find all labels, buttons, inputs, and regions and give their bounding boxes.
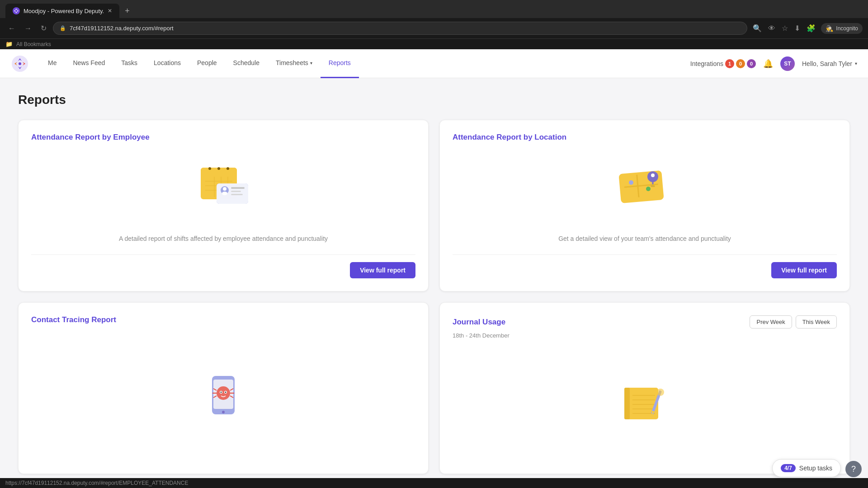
user-greeting[interactable]: Hello, Sarah Tyler ▾: [802, 60, 857, 67]
incognito-label: Incognito: [836, 25, 858, 32]
integrations-label: Integrations: [690, 60, 723, 67]
setup-tasks-badge: 4/7: [781, 464, 796, 472]
new-tab-button[interactable]: +: [121, 5, 133, 18]
svg-point-36: [217, 386, 230, 400]
nav-item-tasks[interactable]: Tasks: [113, 49, 146, 78]
toolbar-icons: 🔍 👁 ☆ ⬇ 🧩: [751, 22, 817, 34]
user-greeting-text: Hello, Sarah Tyler: [802, 60, 852, 67]
this-week-button[interactable]: This Week: [796, 315, 837, 328]
user-initials: ST: [784, 61, 791, 67]
view-full-report-employee-button[interactable]: View full report: [350, 262, 415, 278]
dropdown-arrow-icon: ▾: [310, 61, 312, 66]
nav-item-timesheets[interactable]: Timesheets ▾: [268, 49, 321, 78]
svg-point-8: [226, 167, 229, 170]
integration-dot-orange: 0: [736, 59, 745, 68]
reports-grid: Attendance Report by Employee: [18, 120, 850, 474]
svg-point-28: [646, 187, 651, 191]
svg-point-31: [651, 185, 655, 187]
back-button[interactable]: ←: [5, 23, 18, 34]
nav-item-newsfeed[interactable]: News Feed: [65, 49, 113, 78]
browser-chrome: Moodjoy - Powered By Deputy. ✕ + ← → ↻ 🔒…: [0, 0, 868, 49]
url-text: 7cf47d19112152.na.deputy.com/#report: [70, 25, 741, 32]
svg-point-27: [629, 180, 633, 185]
svg-point-56: [657, 389, 664, 396]
svg-point-35: [222, 411, 225, 413]
svg-point-19: [223, 187, 226, 191]
svg-point-46: [225, 392, 226, 393]
tab-close-button[interactable]: ✕: [108, 8, 112, 14]
top-navigation: Me News Feed Tasks Locations People Sche…: [0, 49, 868, 78]
prev-week-button[interactable]: Prev Week: [750, 315, 792, 328]
bookmarks-folder-icon: 📁: [5, 41, 13, 47]
status-url: https://7cf47d19112152.na.deputy.com/#re…: [5, 480, 188, 486]
report-card-employee-attendance: Attendance Report by Employee: [18, 120, 429, 291]
nav-item-people[interactable]: People: [189, 49, 225, 78]
view-full-report-location-button[interactable]: View full report: [771, 262, 837, 278]
app-logo[interactable]: [11, 55, 29, 73]
lock-icon: 🔒: [60, 25, 66, 31]
search-icon[interactable]: 🔍: [751, 22, 764, 34]
svg-point-32: [651, 174, 655, 177]
bookmarks-label: All Bookmarks: [16, 41, 51, 47]
extensions-icon[interactable]: 🧩: [805, 22, 817, 34]
report-illustration-employee: [31, 149, 415, 227]
report-illustration-journal: [453, 346, 837, 461]
report-card-journal-usage: Journal Usage Prev Week This Week 18th -…: [439, 302, 850, 474]
integrations-button[interactable]: Integrations 1 0 0: [690, 59, 756, 68]
svg-point-7: [217, 167, 220, 170]
report-illustration-contact-tracing: [31, 332, 415, 461]
download-icon[interactable]: ⬇: [793, 22, 802, 34]
report-card-location-attendance: Attendance Report by Location: [439, 120, 850, 291]
report-card-contact-tracing: Contact Tracing Report: [18, 302, 429, 474]
report-title-location-attendance[interactable]: Attendance Report by Location: [453, 133, 837, 142]
status-bar: https://7cf47d19112152.na.deputy.com/#re…: [0, 478, 868, 488]
nav-items: Me News Feed Tasks Locations People Sche…: [40, 49, 690, 78]
journal-usage-header: Journal Usage Prev Week This Week: [453, 315, 837, 328]
report-illustration-location: [453, 149, 837, 227]
nav-right: Integrations 1 0 0 🔔 ST Hello, Sarah Tyl…: [690, 56, 857, 71]
bookmarks-bar: 📁 All Bookmarks: [0, 38, 868, 49]
svg-point-20: [222, 192, 227, 195]
report-footer-employee-attendance: View full report: [31, 254, 415, 278]
nav-item-reports[interactable]: Reports: [321, 49, 359, 78]
nav-item-schedule[interactable]: Schedule: [225, 49, 268, 78]
contact-tracing-illustration: [196, 371, 250, 421]
setup-tasks-label: Setup tasks: [799, 465, 832, 472]
reader-mode-icon[interactable]: 👁: [766, 23, 777, 34]
nav-item-locations[interactable]: Locations: [146, 49, 189, 78]
notifications-bell-icon[interactable]: 🔔: [763, 59, 773, 69]
tab-title: Moodjoy - Powered By Deputy.: [24, 8, 104, 14]
bookmark-icon[interactable]: ☆: [780, 22, 790, 34]
refresh-button[interactable]: ↻: [38, 22, 49, 34]
tab-bar: Moodjoy - Powered By Deputy. ✕ +: [0, 0, 868, 18]
setup-tasks-button[interactable]: 4/7 Setup tasks: [772, 459, 841, 477]
svg-point-2: [19, 62, 21, 65]
address-bar[interactable]: 🔒 7cf47d19112152.na.deputy.com/#report: [53, 22, 747, 35]
incognito-icon: 🕵: [826, 25, 833, 32]
browser-toolbar: ← → ↻ 🔒 7cf47d19112152.na.deputy.com/#re…: [0, 18, 868, 38]
user-dropdown-arrow-icon: ▾: [855, 61, 857, 66]
svg-point-45: [221, 392, 222, 393]
location-attendance-illustration: [613, 161, 676, 215]
help-button[interactable]: ?: [845, 461, 862, 477]
tab-favicon: [13, 7, 20, 14]
main-content: Reports Attendance Report by Employee: [0, 78, 868, 488]
svg-rect-23: [231, 194, 243, 195]
report-description-employee-attendance: A detailed report of shifts affected by …: [31, 234, 415, 244]
journal-illustration: [615, 381, 674, 426]
svg-rect-17: [217, 183, 248, 204]
report-title-journal-usage[interactable]: Journal Usage: [453, 318, 505, 327]
svg-rect-22: [231, 191, 241, 192]
active-tab[interactable]: Moodjoy - Powered By Deputy. ✕: [5, 4, 119, 18]
integration-dot-purple: 0: [747, 59, 756, 68]
nav-item-me[interactable]: Me: [40, 49, 65, 78]
journal-week-range: 18th - 24th December: [453, 332, 837, 339]
report-footer-location-attendance: View full report: [453, 254, 837, 278]
forward-button[interactable]: →: [22, 23, 34, 34]
user-avatar: ST: [780, 56, 795, 71]
integration-dot-red: 1: [725, 59, 734, 68]
svg-rect-21: [231, 187, 245, 189]
report-title-employee-attendance[interactable]: Attendance Report by Employee: [31, 133, 415, 142]
app-container: Me News Feed Tasks Locations People Sche…: [0, 49, 868, 488]
report-title-contact-tracing[interactable]: Contact Tracing Report: [31, 315, 415, 324]
